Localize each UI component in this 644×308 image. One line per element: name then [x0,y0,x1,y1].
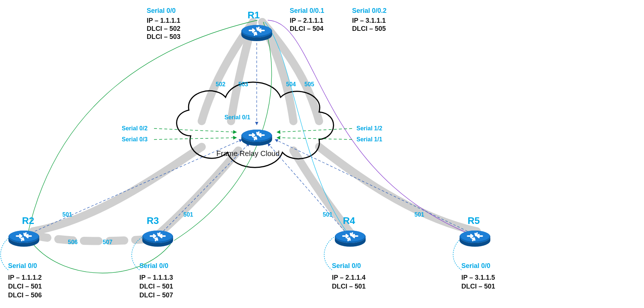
dlci-r2-506: 506 [68,239,78,245]
cloud-s12: Serial 1/2 [356,125,382,131]
r2-if-title: Serial 0/0 [8,262,37,269]
dlci-r4-501: 501 [323,211,333,218]
r1-label: R1 [248,10,260,21]
cloud-label: Frame Relay Cloud [216,149,279,157]
r1-if01-title: Serial 0/0.1 [290,7,324,14]
dlci-r5-501: 501 [414,211,424,218]
r4-if-title: Serial 0/0 [332,262,361,269]
router-r5 [460,231,490,247]
r2-if-ip: IP – 1.1.1.2 [8,274,42,281]
dlci-r3-507: 507 [103,239,113,245]
dlci-r2-501: 501 [62,211,72,218]
router-cloud [241,130,272,146]
r1-if02-d1: DLCI – 505 [352,25,386,32]
r1-if02-ip: IP – 3.1.1.1 [352,17,386,24]
r1-if0-title: Serial 0/0 [147,7,176,14]
dlci-r3-501: 501 [183,211,193,218]
r1-if02-title: Serial 0/0.2 [352,7,387,14]
r3-if-d1: DLCI – 501 [139,283,173,290]
r1-if0-d1: DLCI – 502 [147,25,180,32]
r1-if0-ip: IP – 1.1.1.1 [147,17,180,24]
router-r4 [335,231,366,247]
dlci-505: 505 [304,81,314,87]
r1-if0-d2: DLCI – 503 [147,33,180,40]
cloud-s02: Serial 0/2 [122,125,147,131]
r3-if-ip: IP – 1.1.1.3 [139,274,173,281]
cloud-s01: Serial 0/1 [224,114,250,120]
r5-if-title: Serial 0/0 [461,262,490,269]
router-r3 [142,231,173,247]
router-r1 [241,25,272,41]
dlci-502: 502 [216,81,226,87]
r5-if-d1: DLCI – 501 [461,283,495,290]
r1-if01-d1: DLCI – 504 [290,25,323,32]
r4-if-d1: DLCI – 501 [332,283,366,290]
r2-label: R2 [22,215,34,226]
r2-if-d1: DLCI – 501 [8,283,42,290]
r1-if01-ip: IP – 2.1.1.1 [290,17,323,24]
dlci-503: 503 [238,81,248,87]
r5-if-ip: IP – 3.1.1.5 [461,274,495,281]
dlci-504: 504 [286,81,296,87]
router-r2 [8,231,39,247]
r4-label: R4 [343,215,355,226]
r3-if-d2: DLCI – 507 [139,291,173,299]
r2-if-d2: DLCI – 506 [8,291,42,299]
r4-if-ip: IP – 2.1.1.4 [332,274,366,281]
cloud-s11: Serial 1/1 [356,136,382,142]
r3-label: R3 [147,215,159,226]
cloud-s03: Serial 0/3 [122,136,147,142]
r3-if-title: Serial 0/0 [139,262,168,269]
r5-label: R5 [468,215,480,226]
